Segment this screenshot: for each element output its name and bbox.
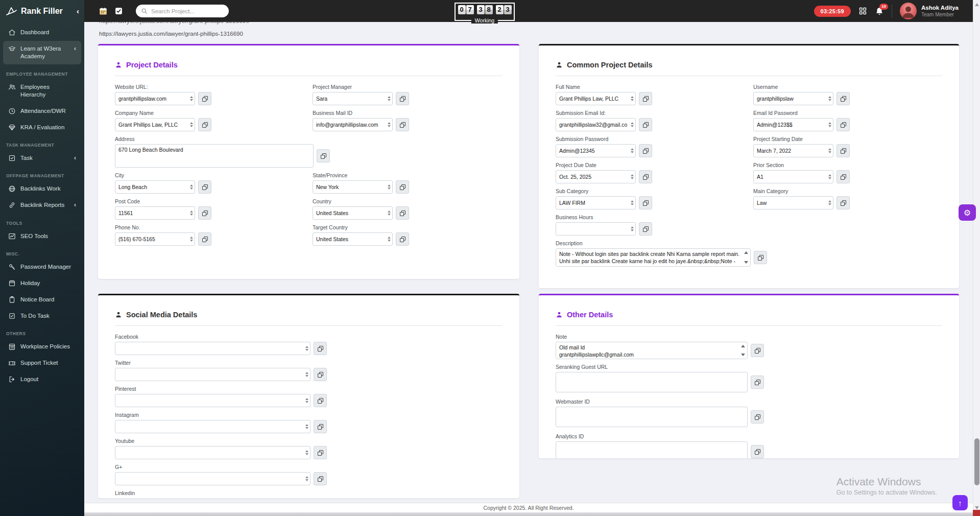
copy-button[interactable]: [314, 342, 327, 355]
copy-button[interactable]: [198, 180, 211, 194]
sidebar-item-support-ticket[interactable]: Support Ticket: [3, 355, 81, 371]
spinner-icon[interactable]: [305, 450, 308, 455]
gplus-input[interactable]: [115, 472, 310, 485]
due-date-input[interactable]: [556, 170, 636, 183]
website-url-input[interactable]: [115, 92, 195, 105]
copy-button[interactable]: [396, 118, 409, 131]
apps-grid-icon[interactable]: [858, 7, 867, 15]
sidebar-item-backlinks-work[interactable]: Backlinks Work: [3, 181, 81, 197]
copy-button[interactable]: [314, 394, 327, 407]
project-manager-input[interactable]: [313, 92, 393, 105]
phone-input[interactable]: [115, 232, 195, 246]
spinner-icon[interactable]: [305, 372, 308, 377]
copy-button[interactable]: [836, 170, 850, 183]
copy-button[interactable]: [396, 206, 409, 220]
sidebar-item-learn-academy[interactable]: Learn at W3era Academy ‹: [3, 41, 81, 64]
webmaster-id-textarea[interactable]: [556, 407, 748, 427]
copy-button[interactable]: [314, 472, 327, 485]
submission-password-input[interactable]: [556, 144, 636, 157]
spinner-icon[interactable]: [305, 424, 308, 429]
scrollbar-down-arrow[interactable]: [975, 506, 979, 509]
copy-button[interactable]: [751, 410, 764, 424]
note-textarea[interactable]: Old mail Id grantphillipslawpllc@gmail.c…: [556, 342, 748, 359]
notifications-button[interactable]: 10: [875, 7, 884, 16]
sidebar-item-workplace-policies[interactable]: Workplace Policies: [3, 339, 81, 355]
spinner-icon[interactable]: [828, 148, 831, 153]
post-code-input[interactable]: [115, 206, 195, 220]
spinner-icon[interactable]: [388, 210, 391, 216]
copy-button[interactable]: [836, 144, 850, 157]
copy-button[interactable]: [198, 206, 211, 220]
search-bar[interactable]: [136, 5, 229, 17]
spinner-icon[interactable]: [828, 174, 831, 179]
sidebar-item-employees-hierarchy[interactable]: Employees Hierarchy: [3, 79, 81, 103]
pinterest-input[interactable]: [115, 394, 310, 407]
session-time-badge[interactable]: 03:25:59: [814, 6, 851, 17]
city-input[interactable]: [115, 180, 195, 194]
sidebar-item-logout[interactable]: Logout: [3, 371, 81, 387]
email-password-input[interactable]: [753, 118, 833, 131]
sidebar-item-password-manager[interactable]: Password Manager: [3, 259, 81, 275]
checkbox-toolbar-icon[interactable]: [114, 7, 123, 15]
description-textarea[interactable]: Note - Without login sites par backlink …: [556, 248, 751, 267]
copy-button[interactable]: [639, 196, 652, 209]
horizontal-scrollbar[interactable]: [0, 512, 973, 516]
spinner-icon[interactable]: [305, 346, 308, 351]
spinner-icon[interactable]: [631, 200, 634, 205]
seranking-guest-url-textarea[interactable]: [556, 372, 748, 392]
spinner-icon[interactable]: [190, 96, 193, 101]
spinner-icon[interactable]: [305, 398, 308, 403]
vertical-scrollbar[interactable]: [973, 0, 980, 512]
spinner-icon[interactable]: [190, 184, 193, 190]
spinner-icon[interactable]: [828, 200, 831, 205]
settings-fab-gear-icon[interactable]: ⚙: [959, 204, 976, 221]
copy-button[interactable]: [751, 376, 764, 389]
copy-button[interactable]: [639, 222, 652, 236]
full-name-input[interactable]: [556, 92, 636, 105]
business-mail-input[interactable]: [313, 118, 393, 131]
copy-button[interactable]: [751, 445, 764, 458]
copy-button[interactable]: [198, 92, 211, 105]
start-date-input[interactable]: [753, 144, 833, 157]
copy-button[interactable]: [639, 118, 652, 131]
search-input[interactable]: [151, 8, 223, 14]
state-input[interactable]: [313, 180, 393, 194]
copy-button[interactable]: [314, 420, 327, 433]
scroll-down-icon[interactable]: [744, 261, 748, 264]
analytics-id-textarea[interactable]: [556, 441, 748, 458]
copy-button[interactable]: [198, 118, 211, 131]
instagram-input[interactable]: [115, 420, 310, 433]
spinner-icon[interactable]: [305, 476, 308, 481]
target-country-input[interactable]: [313, 232, 393, 246]
spinner-icon[interactable]: [388, 96, 391, 101]
twitter-input[interactable]: [115, 368, 310, 381]
scroll-up-icon[interactable]: [744, 251, 748, 254]
copy-button[interactable]: [198, 232, 211, 246]
spinner-icon[interactable]: [631, 174, 634, 179]
scroll-down-icon[interactable]: [741, 354, 745, 356]
main-category-input[interactable]: [753, 196, 833, 209]
spinner-icon[interactable]: [631, 148, 634, 153]
submission-email-input[interactable]: [556, 118, 636, 131]
sidebar-item-task[interactable]: Task ‹: [3, 150, 81, 167]
spinner-icon[interactable]: [631, 96, 634, 101]
corner-widget[interactable]: [973, 510, 980, 516]
copy-button[interactable]: [396, 180, 409, 194]
sub-category-input[interactable]: [556, 196, 636, 209]
sidebar-item-notice-board[interactable]: Notice Board: [3, 292, 81, 308]
copy-button[interactable]: [317, 149, 330, 162]
username-input[interactable]: [753, 92, 833, 105]
copy-button[interactable]: [314, 446, 327, 459]
spinner-icon[interactable]: [631, 226, 634, 231]
copy-button[interactable]: [754, 251, 767, 264]
spinner-icon[interactable]: [190, 210, 193, 216]
spinner-icon[interactable]: [388, 237, 391, 242]
copy-button[interactable]: [396, 232, 409, 246]
business-hours-input[interactable]: [556, 222, 636, 236]
scroll-to-top-button[interactable]: ↑: [952, 495, 968, 510]
sidebar-collapse-icon[interactable]: ‹: [77, 7, 79, 15]
spinner-icon[interactable]: [828, 96, 831, 101]
company-name-input[interactable]: [115, 118, 195, 131]
user-menu[interactable]: Ashok Aditya Team Member: [900, 3, 959, 19]
sidebar-item-kra-evaluation[interactable]: KRA / Evaluation: [3, 120, 81, 135]
